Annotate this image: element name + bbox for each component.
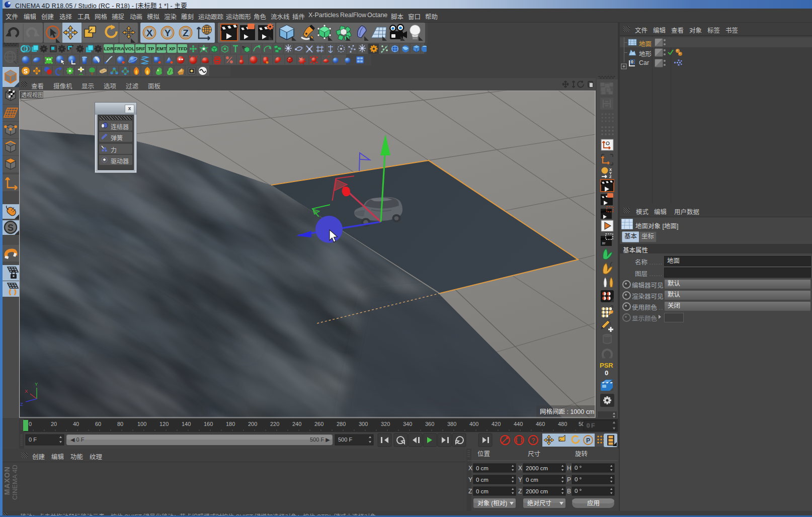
svg-text:旋转: 旋转 [575,450,588,458]
svg-text:FRA: FRA [114,46,124,51]
svg-text:320: 320 [381,421,390,427]
svg-text:400: 400 [469,421,478,427]
svg-text:0 °: 0 ° [575,476,582,482]
svg-text:Y: Y [518,476,522,483]
svg-text:2000 cm: 2000 cm [526,488,548,494]
svg-text:SRF: SRF [136,46,145,51]
svg-text:440: 440 [514,421,523,427]
svg-text:0 cm: 0 cm [476,477,489,483]
svg-text:P: P [567,476,571,483]
svg-text:XP: XP [169,46,176,51]
svg-text:Z: Z [468,488,472,495]
svg-text:160: 160 [204,421,213,427]
svg-text:380: 380 [447,421,456,427]
svg-text:420: 420 [492,421,501,427]
svg-text:0: 0 [605,369,608,377]
svg-text:40: 40 [73,421,79,427]
svg-text:0 °: 0 ° [575,465,582,471]
svg-text:360: 360 [425,421,434,427]
svg-text:Z: Z [20,401,23,407]
svg-text:60: 60 [95,421,101,427]
svg-text:P: P [586,437,590,444]
svg-text:Y: Y [35,381,38,387]
svg-text:460: 460 [536,421,545,427]
svg-text:200: 200 [248,421,257,427]
svg-text:2000 cm: 2000 cm [526,465,548,471]
svg-text:340: 340 [403,421,412,427]
svg-text:0: 0 [29,421,32,427]
svg-text:对象 (相对): 对象 (相对) [477,500,507,507]
svg-text:0 F: 0 F [587,422,595,428]
svg-text:irr: irr [602,241,606,245]
svg-text:240: 240 [292,421,301,427]
svg-text:80: 80 [117,421,123,427]
svg-text:Z: Z [609,175,612,179]
svg-text:Y: Y [468,476,472,483]
svg-text:?: ? [531,437,535,444]
svg-text:480: 480 [558,421,567,427]
svg-text:Z: Z [183,28,189,38]
svg-text:20: 20 [51,421,57,427]
svg-text:X: X [25,388,28,394]
svg-text:500 F ▶: 500 F ▶ [310,437,330,443]
svg-text:0 F: 0 F [29,437,37,443]
svg-text:EMT: EMT [156,46,167,51]
svg-text:Y: Y [165,28,171,38]
svg-text:PSR: PSR [600,362,613,369]
svg-text:TP: TP [148,46,154,51]
svg-text:0 cm: 0 cm [526,477,538,483]
svg-text:VOL: VOL [125,46,135,51]
svg-text:X: X [518,465,522,472]
svg-text:Z: Z [518,488,522,495]
svg-text:S: S [24,68,28,75]
svg-text:0 cm: 0 cm [476,488,489,494]
svg-text:透视视图: 透视视图 [21,92,43,98]
svg-text:220: 220 [270,421,279,427]
svg-text:500 F: 500 F [338,437,352,443]
svg-text:尺寸: 尺寸 [528,451,540,458]
svg-text:140: 140 [182,421,191,427]
svg-text:260: 260 [314,421,323,427]
svg-text:X: X [146,28,153,38]
svg-text:B: B [567,488,571,495]
svg-text:◀ 0 F: ◀ 0 F [70,437,85,443]
svg-text:S: S [8,223,14,233]
svg-text:TFD: TFD [178,46,188,51]
svg-text:120: 120 [159,421,169,427]
svg-text:X: X [468,465,472,472]
svg-text:网格间距 : 1000 cm: 网格间距 : 1000 cm [540,408,594,415]
svg-text:LDR: LDR [104,46,114,51]
svg-text:0 cm: 0 cm [476,465,489,471]
svg-text:H: H [567,465,572,472]
svg-text:0 °: 0 ° [575,488,582,494]
svg-text:位置: 位置 [477,450,490,458]
svg-text:300: 300 [359,421,368,427]
svg-text:应用: 应用 [587,499,600,507]
svg-text:绝对尺寸: 绝对尺寸 [527,499,551,507]
svg-text:280: 280 [337,421,346,427]
svg-text:100: 100 [137,421,146,427]
svg-text:180: 180 [226,421,235,427]
